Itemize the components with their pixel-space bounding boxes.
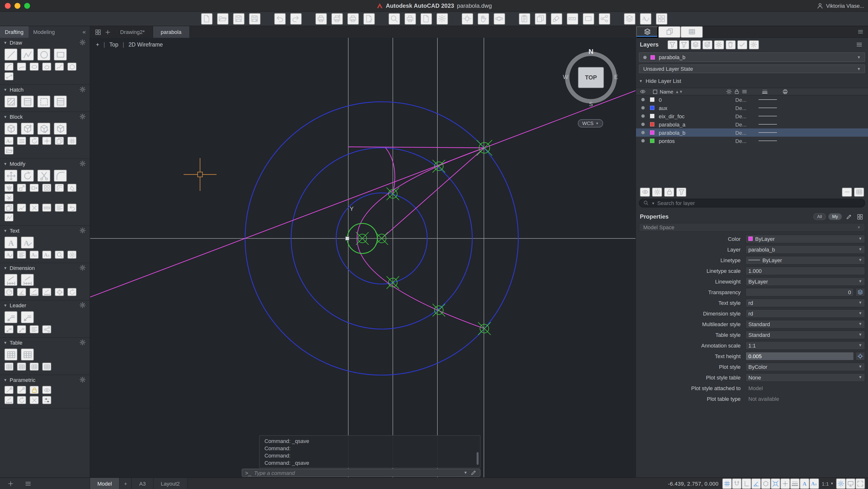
command-input[interactable] xyxy=(254,470,461,476)
drawing-canvas-svg[interactable]: Y xyxy=(90,38,636,478)
convert-constraint-icon[interactable] xyxy=(17,396,26,404)
property-value-field[interactable]: rd▼ xyxy=(745,309,865,318)
hatch-icon[interactable] xyxy=(4,95,18,108)
property-value-field[interactable]: ByLayer▼ xyxy=(745,234,865,243)
insert-block-icon[interactable] xyxy=(4,123,18,135)
transparency-button[interactable] xyxy=(856,288,865,296)
command-customize-icon[interactable] xyxy=(470,469,477,476)
rotate-icon[interactable] xyxy=(21,170,34,182)
grip-handle[interactable] xyxy=(345,236,349,240)
object-snap-tracking-toggle[interactable] xyxy=(781,478,790,489)
layer-isolate-button[interactable] xyxy=(640,187,650,197)
collapse-palette-button[interactable]: « xyxy=(79,29,90,35)
layer-state-dropdown[interactable]: Unsaved Layer State ▼ xyxy=(639,64,865,73)
gear-icon[interactable] xyxy=(80,227,86,234)
elliptical-arc-icon[interactable] xyxy=(17,62,26,71)
attach-reference-icon[interactable] xyxy=(4,146,13,154)
reverse-icon[interactable] xyxy=(67,204,76,212)
justify-text-icon[interactable] xyxy=(17,251,26,259)
stretch-icon[interactable] xyxy=(30,184,39,192)
create-block-icon[interactable] xyxy=(21,123,34,135)
gear-icon[interactable] xyxy=(80,339,86,346)
center-mark-icon[interactable] xyxy=(55,288,64,296)
name-column-header[interactable]: Name ▲▼ xyxy=(652,89,725,94)
add-layout-icon[interactable] xyxy=(6,478,16,489)
layer-freeze-button[interactable] xyxy=(652,187,662,197)
new-vp-frozen-layer-button[interactable] xyxy=(714,40,724,49)
chevron-down-icon[interactable]: ▼ xyxy=(858,375,862,379)
insert-column-icon[interactable] xyxy=(17,363,26,371)
layer-status-dot[interactable] xyxy=(641,98,645,101)
collapse-panel-button[interactable] xyxy=(842,187,852,197)
cell-style-icon[interactable] xyxy=(42,363,51,371)
drawing-tab-drawing2-[interactable]: Drawing2* xyxy=(113,26,153,38)
property-value-field[interactable]: None▼ xyxy=(745,373,865,382)
section-header[interactable]: ▼Block xyxy=(0,112,90,122)
command-history-window[interactable]: Command: _qsaveCommand:Command:Command: … xyxy=(259,435,480,468)
gear-icon[interactable] xyxy=(80,265,86,271)
define-attribute-icon[interactable]: Aa xyxy=(4,137,13,145)
align-leaders-icon[interactable] xyxy=(30,325,39,334)
measure-icon[interactable] xyxy=(566,13,578,25)
chevron-down-icon[interactable]: ▼ xyxy=(858,322,862,326)
chevron-down-icon[interactable]: ▼ xyxy=(464,470,467,475)
user-account[interactable]: Viktoriia Vlase... xyxy=(817,2,864,9)
boundary-icon[interactable] xyxy=(37,95,51,108)
erase-icon[interactable] xyxy=(67,184,76,192)
gear-icon[interactable] xyxy=(80,113,86,120)
layer-status-dot[interactable] xyxy=(641,131,645,134)
scale-text-icon[interactable]: Aa xyxy=(30,251,39,259)
dim-continue-icon[interactable] xyxy=(42,288,51,296)
grid-toggle[interactable] xyxy=(722,478,732,489)
chevron-down-icon[interactable]: ▼ xyxy=(858,311,862,316)
open-file-icon[interactable] xyxy=(217,13,228,25)
annotation-scale-control[interactable]: 1:1▼ xyxy=(819,481,836,486)
layer-states-button[interactable] xyxy=(690,40,701,49)
print-sheet-icon[interactable] xyxy=(347,13,359,25)
scale-icon[interactable] xyxy=(17,184,26,192)
pick-button[interactable] xyxy=(856,352,865,360)
layer-color-swatch[interactable] xyxy=(650,122,654,126)
new-file-icon[interactable] xyxy=(201,13,212,25)
tab-model[interactable]: Model xyxy=(90,478,120,489)
property-value-field[interactable]: ByLayer▼ xyxy=(745,256,865,264)
view-cube[interactable]: N W E S TOP xyxy=(563,49,619,108)
save-icon[interactable] xyxy=(233,13,244,25)
view-cube-east[interactable]: E xyxy=(614,74,618,81)
arc-icon[interactable] xyxy=(4,62,13,71)
lengthen-icon[interactable] xyxy=(42,204,51,212)
layer-row-parabola-a[interactable]: parabola_aDe... xyxy=(636,120,868,128)
layer-lock-button[interactable] xyxy=(664,187,674,197)
sync-attributes-icon[interactable] xyxy=(30,137,39,145)
revision-cloud-icon[interactable] xyxy=(42,62,51,71)
filter-my-button[interactable]: My xyxy=(828,213,842,220)
layer-status-dot[interactable] xyxy=(641,123,645,126)
trim-icon[interactable] xyxy=(37,170,51,182)
drawing-tab-parabola[interactable]: parabola xyxy=(153,26,190,38)
chevron-down-icon[interactable]: ▼ xyxy=(858,300,862,305)
palette-tab-layers[interactable] xyxy=(636,26,658,37)
copy-clip-icon[interactable] xyxy=(534,13,546,25)
zoom-window-button[interactable] xyxy=(24,3,30,8)
section-header[interactable]: ▼Table xyxy=(0,338,90,347)
paste-icon[interactable] xyxy=(519,13,530,25)
tab-modeling[interactable]: Modeling xyxy=(28,26,60,38)
palette-tab-references[interactable] xyxy=(681,26,703,37)
dimensional-constraint-icon[interactable] xyxy=(4,396,13,404)
pan-icon[interactable] xyxy=(477,13,489,25)
sheet-set-icon[interactable] xyxy=(624,13,635,25)
line-icon[interactable] xyxy=(4,49,18,61)
manage-attributes-icon[interactable] xyxy=(17,137,26,145)
layer-color-swatch[interactable] xyxy=(650,114,654,118)
polar-tracking-toggle[interactable] xyxy=(751,478,761,489)
dimension-icon[interactable] xyxy=(4,274,18,286)
property-value-field[interactable]: ByColor▼ xyxy=(745,362,865,371)
command-scrollbar[interactable] xyxy=(476,452,478,465)
edit-block-icon[interactable] xyxy=(37,123,51,135)
collect-leaders-icon[interactable] xyxy=(42,325,51,334)
join-icon[interactable] xyxy=(17,204,26,212)
explode-icon[interactable] xyxy=(4,193,13,202)
layer-status-dot[interactable] xyxy=(641,114,645,118)
view-cube-west[interactable]: W xyxy=(563,74,568,81)
plot-icon[interactable] xyxy=(404,13,416,25)
